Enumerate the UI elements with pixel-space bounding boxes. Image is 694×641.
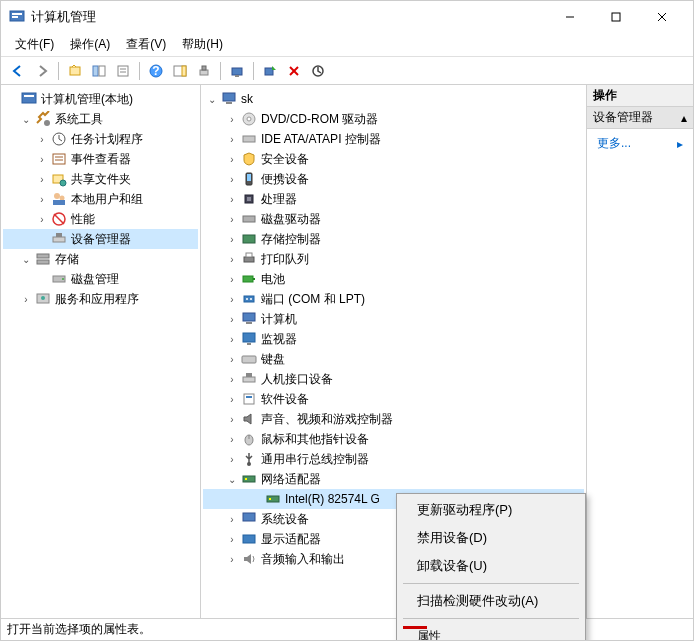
tree-root[interactable]: 计算机管理(本地) — [3, 89, 198, 109]
expand-icon[interactable]: › — [225, 232, 239, 246]
device-monitor[interactable]: ›监视器 — [203, 329, 584, 349]
expand-icon[interactable]: › — [35, 192, 49, 206]
svg-rect-74 — [244, 394, 254, 404]
tree-device-manager[interactable]: 设备管理器 — [3, 229, 198, 249]
collapse-icon[interactable]: ⌄ — [19, 112, 33, 126]
expand-icon[interactable]: › — [225, 552, 239, 566]
remove-device-button[interactable] — [283, 60, 305, 82]
disk-icon — [51, 271, 67, 287]
menu-help[interactable]: 帮助(H) — [174, 34, 231, 55]
device-network[interactable]: ⌄网络适配器 — [203, 469, 584, 489]
svg-point-48 — [41, 296, 45, 300]
expand-icon[interactable]: › — [225, 252, 239, 266]
expand-icon[interactable]: › — [225, 512, 239, 526]
device-storage-ctrl[interactable]: ›存储控制器 — [203, 229, 584, 249]
tree-event-viewer[interactable]: › 事件查看器 — [3, 149, 198, 169]
expand-icon[interactable]: › — [225, 352, 239, 366]
device-tree-pane[interactable]: ⌄ sk ›DVD/CD-ROM 驱动器 ›IDE ATA/ATAPI 控制器 … — [201, 85, 587, 618]
expand-icon[interactable]: › — [225, 452, 239, 466]
expand-icon[interactable]: › — [225, 132, 239, 146]
maximize-button[interactable] — [593, 2, 639, 32]
menu-view[interactable]: 查看(V) — [118, 34, 174, 55]
device-battery[interactable]: ›电池 — [203, 269, 584, 289]
expand-icon[interactable]: › — [225, 312, 239, 326]
expand-icon[interactable]: › — [35, 212, 49, 226]
ctx-disable-device[interactable]: 禁用设备(D) — [399, 524, 583, 552]
expand-icon[interactable]: › — [225, 212, 239, 226]
collapse-icon[interactable]: ⌄ — [19, 252, 33, 266]
forward-button[interactable] — [31, 60, 53, 82]
tree-disk-mgmt[interactable]: 磁盘管理 — [3, 269, 198, 289]
expand-icon[interactable]: › — [225, 192, 239, 206]
expand-icon[interactable]: › — [35, 132, 49, 146]
tree-label: sk — [241, 92, 253, 106]
enable-device-button[interactable] — [259, 60, 281, 82]
left-tree-pane[interactable]: 计算机管理(本地) ⌄ 系统工具 › 任务计划程序 › 事件查看器 › 共享文件… — [1, 85, 201, 618]
svg-point-35 — [60, 180, 66, 186]
device-keyboard[interactable]: ›键盘 — [203, 349, 584, 369]
expand-icon[interactable]: › — [35, 172, 49, 186]
update-driver-button[interactable] — [307, 60, 329, 82]
tree-shared-folders[interactable]: › 共享文件夹 — [3, 169, 198, 189]
scan-hardware-button[interactable] — [226, 60, 248, 82]
pc-icon — [241, 311, 257, 327]
collapse-icon[interactable]: ⌄ — [225, 472, 239, 486]
expand-icon[interactable]: › — [225, 292, 239, 306]
tree-label: 计算机管理(本地) — [41, 91, 133, 108]
device-portable[interactable]: ›便携设备 — [203, 169, 584, 189]
expand-icon[interactable]: › — [225, 152, 239, 166]
ctx-properties[interactable]: 属性 — [399, 622, 583, 641]
device-root[interactable]: ⌄ sk — [203, 89, 584, 109]
tree-services-apps[interactable]: › 服务和应用程序 — [3, 289, 198, 309]
device-print-queue[interactable]: ›打印队列 — [203, 249, 584, 269]
tree-system-tools[interactable]: ⌄ 系统工具 — [3, 109, 198, 129]
device-ide[interactable]: ›IDE ATA/ATAPI 控制器 — [203, 129, 584, 149]
tree-local-users[interactable]: › 本地用户和组 — [3, 189, 198, 209]
device-audio-video[interactable]: ›声音、视频和游戏控制器 — [203, 409, 584, 429]
device-software[interactable]: ›软件设备 — [203, 389, 584, 409]
expand-icon[interactable]: › — [225, 172, 239, 186]
device-hid[interactable]: ›人机接口设备 — [203, 369, 584, 389]
up-button[interactable] — [64, 60, 86, 82]
minimize-button[interactable] — [547, 2, 593, 32]
ctx-scan-hardware[interactable]: 扫描检测硬件改动(A) — [399, 587, 583, 615]
svg-rect-83 — [243, 513, 255, 521]
actions-sub-header[interactable]: 设备管理器 ▴ — [587, 107, 693, 129]
ctx-update-driver[interactable]: 更新驱动程序(P) — [399, 496, 583, 524]
device-dvd[interactable]: ›DVD/CD-ROM 驱动器 — [203, 109, 584, 129]
expand-icon[interactable]: › — [225, 532, 239, 546]
show-hide-tree-button[interactable] — [88, 60, 110, 82]
actions-more-link[interactable]: 更多... ▸ — [587, 129, 693, 158]
svg-rect-18 — [202, 66, 206, 70]
menu-action[interactable]: 操作(A) — [62, 34, 118, 55]
device-mouse[interactable]: ›鼠标和其他指针设备 — [203, 429, 584, 449]
collapse-icon[interactable]: ⌄ — [205, 92, 219, 106]
expand-icon[interactable]: › — [225, 332, 239, 346]
ctx-uninstall-device[interactable]: 卸载设备(U) — [399, 552, 583, 580]
expand-icon[interactable]: › — [225, 112, 239, 126]
tree-performance[interactable]: › 性能 — [3, 209, 198, 229]
device-disk-drive[interactable]: ›磁盘驱动器 — [203, 209, 584, 229]
tree-task-scheduler[interactable]: › 任务计划程序 — [3, 129, 198, 149]
expand-icon[interactable]: › — [225, 412, 239, 426]
expand-icon[interactable]: › — [225, 392, 239, 406]
back-button[interactable] — [7, 60, 29, 82]
device-security[interactable]: ›安全设备 — [203, 149, 584, 169]
show-action-pane-button[interactable] — [169, 60, 191, 82]
device-config-button[interactable] — [193, 60, 215, 82]
device-computer[interactable]: ›计算机 — [203, 309, 584, 329]
help-button[interactable]: ? — [145, 60, 167, 82]
ctx-properties-label: 属性 — [417, 628, 441, 642]
expand-icon[interactable]: › — [225, 372, 239, 386]
tree-storage[interactable]: ⌄ 存储 — [3, 249, 198, 269]
expand-icon[interactable]: › — [19, 292, 33, 306]
expand-icon[interactable]: › — [35, 152, 49, 166]
close-button[interactable] — [639, 2, 685, 32]
expand-icon[interactable]: › — [225, 272, 239, 286]
device-ports[interactable]: ›端口 (COM 和 LPT) — [203, 289, 584, 309]
expand-icon[interactable]: › — [225, 432, 239, 446]
menu-file[interactable]: 文件(F) — [7, 34, 62, 55]
device-cpu[interactable]: ›处理器 — [203, 189, 584, 209]
properties-button[interactable] — [112, 60, 134, 82]
device-usb-serial[interactable]: ›通用串行总线控制器 — [203, 449, 584, 469]
